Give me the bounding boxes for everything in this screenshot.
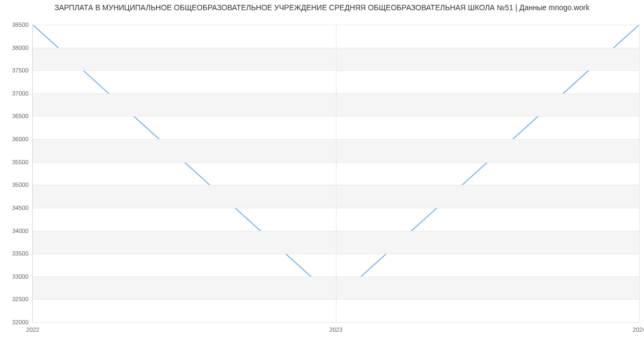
y-tick-label: 33500: [12, 250, 33, 257]
x-gridline: [639, 25, 640, 322]
x-tick-label: 2022: [26, 322, 39, 333]
y-tick-label: 37000: [12, 90, 33, 97]
y-tick-label: 33000: [12, 273, 33, 280]
x-tick-label: 2024: [633, 322, 644, 333]
y-tick-label: 32500: [12, 296, 33, 302]
y-tick-label: 35000: [12, 181, 33, 188]
y-tick-label: 36000: [12, 136, 33, 142]
y-tick-label: 35500: [12, 159, 33, 165]
x-tick-label: 2023: [330, 322, 342, 333]
x-gridline: [336, 25, 336, 322]
y-tick-label: 34000: [12, 228, 33, 234]
chart-container: ЗАРПЛАТА В МУНИЦИПАЛЬНОЕ ОБЩЕОБРАЗОВАТЕЛ…: [0, 0, 644, 349]
y-tick-label: 37500: [12, 67, 33, 74]
chart-title: ЗАРПЛАТА В МУНИЦИПАЛЬНОЕ ОБЩЕОБРАЗОВАТЕЛ…: [0, 3, 644, 12]
y-tick-label: 34500: [12, 205, 33, 211]
y-tick-label: 38000: [12, 45, 33, 51]
y-tick-label: 36500: [12, 113, 33, 119]
plot-area: 3200032500330003350034000345003500035500…: [32, 25, 639, 323]
y-tick-label: 38500: [12, 21, 33, 28]
